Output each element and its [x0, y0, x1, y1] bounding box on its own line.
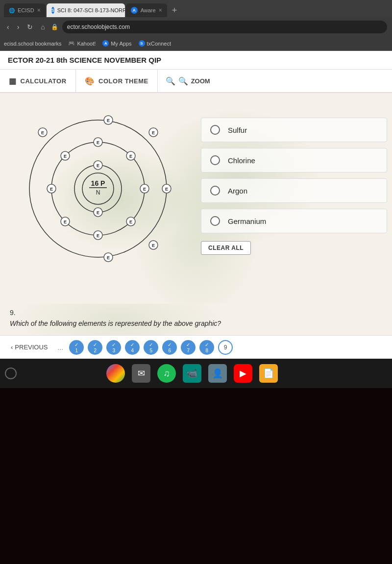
nav-num-label-9: 9 — [224, 344, 227, 351]
bookmark-txconnect[interactable]: S txConnect — [139, 40, 172, 47]
browser-chrome: 🌐 ECISD × S SCI 8: 047-SCI 8-173-NORRIS-… — [0, 0, 392, 51]
nav-item-6[interactable]: ✓ 6 — [162, 340, 177, 355]
nav-item-5[interactable]: ✓ 5 — [144, 340, 158, 355]
navigation-bar: ‹ PREVIOUS ... ✓ 1 ✓ 2 ✓ 3 ✓ 4 ✓ 5 ✓ 6 ✓ — [0, 335, 392, 359]
check-icon-2: ✓ — [93, 342, 97, 347]
taskbar-photos-icon[interactable]: 👤 — [208, 364, 227, 383]
home-button[interactable]: ⌂ — [39, 22, 47, 32]
color-theme-button[interactable]: 🎨 COLOR THEME — [76, 70, 158, 92]
bookmark-myapps-label: My Apps — [111, 41, 131, 47]
nav-num-label-7: 7 — [187, 348, 190, 353]
bookmark-kahoot-label: Kahoot! — [77, 41, 96, 47]
color-theme-label: COLOR THEME — [98, 77, 148, 85]
check-icon-3: ✓ — [112, 342, 116, 347]
forward-button[interactable]: › — [15, 22, 22, 32]
bookmark-txconnect-label: txConnect — [147, 41, 172, 47]
svg-text:E: E — [50, 187, 53, 192]
question-number: 9. — [10, 309, 382, 317]
taskbar-spotify-icon[interactable]: ♫ — [157, 364, 176, 383]
svg-text:E: E — [152, 130, 155, 135]
reload-button[interactable]: ↻ — [25, 22, 35, 32]
taskbar-meet-icon[interactable]: 📹 — [183, 364, 201, 383]
svg-point-3 — [82, 173, 114, 204]
svg-point-2 — [74, 165, 122, 212]
taskbar-center: ✉ ♫ 📹 👤 ▶ 📄 — [106, 364, 278, 383]
nav-dots: ... — [58, 343, 64, 351]
check-icon-7: ✓ — [186, 342, 190, 347]
option-chlorine[interactable]: Chlorine — [201, 148, 387, 172]
previous-button[interactable]: ‹ PREVIOUS — [7, 342, 52, 353]
taskbar-chrome-icon[interactable] — [106, 364, 125, 383]
zoom-group: 🔍 🔍 ZOOM — [158, 76, 218, 86]
zoom-label: ZOOM — [191, 77, 210, 85]
new-tab-button[interactable]: + — [170, 4, 179, 17]
bookmark-myapps[interactable]: A My Apps — [102, 40, 131, 47]
taskbar-circle — [5, 368, 17, 379]
tab-favicon-ecisd: 🌐 — [9, 8, 15, 13]
question-area: 9. Which of the following elements is re… — [0, 304, 392, 335]
tab-close-ecisd[interactable]: × — [37, 7, 41, 14]
check-icon-8: ✓ — [205, 342, 209, 347]
nav-num-label-4: 4 — [131, 348, 134, 353]
bookmarks-bar: ecisd.school bookmarks 🎮 Kahoot! A My Ap… — [0, 36, 392, 51]
radio-chlorine[interactable] — [210, 155, 220, 165]
option-sulfur-label: Sulfur — [228, 126, 247, 134]
tab-ecisd[interactable]: 🌐 ECISD × — [4, 3, 46, 17]
clear-all-button[interactable]: CLEAR ALL — [201, 241, 251, 255]
option-germanium[interactable]: Germanium — [201, 209, 387, 233]
nav-num-label-3: 3 — [112, 348, 115, 353]
bohr-model-svg: 16 P N E E E E E E E E — [15, 108, 181, 265]
taskbar: ✉ ♫ 📹 👤 ▶ 📄 — [0, 359, 392, 388]
svg-text:E: E — [165, 187, 168, 192]
nav-item-2[interactable]: ✓ 2 — [88, 340, 102, 355]
svg-text:E: E — [97, 140, 99, 145]
check-icon-4: ✓ — [130, 342, 134, 347]
radio-argon[interactable] — [210, 186, 220, 196]
svg-text:E: E — [107, 255, 110, 260]
dark-bottom-area — [0, 388, 392, 564]
nav-num-label-5: 5 — [149, 348, 152, 353]
zoom-out-icon[interactable]: 🔍 — [166, 76, 175, 86]
bookmark-ecisd-label: ecisd.school bookmarks — [4, 41, 61, 47]
option-argon[interactable]: Argon — [201, 178, 387, 203]
svg-text:E: E — [41, 130, 44, 135]
toolbar: ▦ CALCULATOR 🎨 COLOR THEME 🔍 🔍 ZOOM — [0, 70, 392, 93]
option-sulfur[interactable]: Sulfur — [201, 118, 387, 142]
nav-item-9[interactable]: 9 — [218, 340, 233, 355]
radio-germanium[interactable] — [210, 216, 220, 226]
previous-label: PREVIOUS — [15, 343, 48, 351]
radio-sulfur[interactable] — [210, 125, 220, 135]
options-panel: Sulfur Chlorine Argon Germanium CLEAR AL… — [201, 103, 387, 299]
nav-item-3[interactable]: ✓ 3 — [106, 340, 121, 355]
nav-item-1[interactable]: ✓ 1 — [69, 340, 84, 355]
tab-favicon-aware: A — [131, 7, 138, 14]
nav-item-4[interactable]: ✓ 4 — [125, 340, 140, 355]
tab-aware[interactable]: A Aware × — [126, 3, 167, 17]
nav-item-7[interactable]: ✓ 7 — [181, 340, 196, 355]
zoom-in-icon[interactable]: 🔍 — [178, 76, 188, 86]
svg-text:E: E — [129, 154, 132, 159]
taskbar-notes-icon[interactable]: 📄 — [259, 364, 278, 383]
lock-icon: 🔒 — [51, 24, 58, 30]
page-content: ECTOR 20-21 8th SCIENCE NOVEMBER QIP ▦ C… — [0, 51, 392, 359]
tab-sci8[interactable]: S SCI 8: 047-SCI 8-173-NORRIS-C × — [47, 3, 125, 17]
bookmark-ecisd[interactable]: ecisd.school bookmarks — [4, 41, 61, 47]
svg-text:E: E — [97, 210, 99, 215]
tab-label-ecisd: ECISD — [18, 7, 34, 13]
svg-text:E: E — [97, 233, 99, 238]
option-germanium-label: Germanium — [228, 217, 266, 225]
address-input[interactable] — [62, 21, 387, 33]
nav-num-label-2: 2 — [94, 348, 97, 353]
back-button[interactable]: ‹ — [5, 22, 11, 32]
tab-close-aware[interactable]: × — [159, 7, 162, 14]
svg-text:E: E — [64, 154, 67, 159]
bookmark-kahoot-icon: 🎮 — [68, 40, 75, 47]
nav-item-8[interactable]: ✓ 8 — [199, 340, 214, 355]
bookmark-kahoot[interactable]: 🎮 Kahoot! — [68, 40, 96, 47]
taskbar-youtube-icon[interactable]: ▶ — [234, 364, 252, 383]
svg-text:E: E — [107, 118, 110, 123]
taskbar-email-icon[interactable]: ✉ — [132, 364, 150, 383]
tab-bar: 🌐 ECISD × S SCI 8: 047-SCI 8-173-NORRIS-… — [0, 0, 392, 18]
calculator-button[interactable]: ▦ CALCULATOR — [0, 70, 76, 92]
svg-text:E: E — [152, 243, 155, 248]
